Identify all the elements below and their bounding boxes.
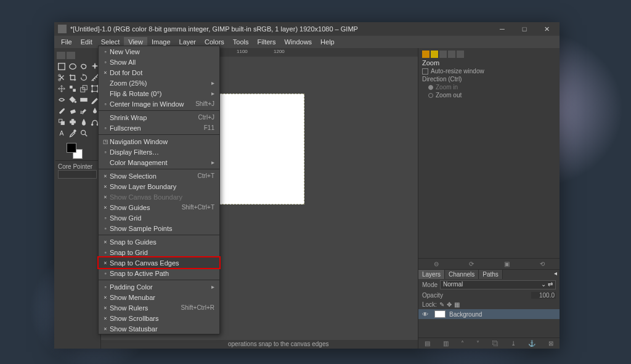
layer-item-background[interactable]: 👁 Background — [418, 309, 560, 319]
toolbox-tab-1[interactable] — [57, 52, 65, 59]
bucket-fill-tool[interactable] — [68, 95, 78, 105]
menu-item-show-statusbar[interactable]: ×Show Statusbar — [99, 323, 219, 334]
menu-item-show-layer-boundary[interactable]: ×Show Layer Boundary — [99, 181, 219, 192]
clone-tool[interactable] — [57, 117, 67, 127]
check-icon: × — [101, 204, 110, 211]
color-swatches[interactable] — [55, 142, 99, 160]
warp-tool[interactable] — [57, 95, 67, 105]
anchor-layer-icon[interactable]: ⚓ — [528, 340, 535, 347]
scissors-tool[interactable] — [57, 73, 67, 83]
menu-item-navigation-window[interactable]: ◳Navigation Window — [99, 136, 219, 147]
lock-alpha-icon[interactable]: ▦ — [454, 301, 460, 308]
maximize-button[interactable]: □ — [515, 23, 534, 34]
menu-item-show-grid[interactable]: ▫Show Grid — [99, 212, 219, 223]
menu-item-flip-rotate-0[interactable]: Flip & Rotate (0°)▸ — [99, 88, 219, 99]
minimize-button[interactable]: ─ — [493, 23, 511, 34]
align-tool[interactable] — [68, 84, 78, 94]
tab-channels[interactable]: Channels — [445, 270, 479, 279]
menu-file[interactable]: File — [57, 37, 76, 47]
eraser-tool[interactable] — [68, 106, 78, 116]
menu-separator — [99, 110, 219, 111]
box-icon: ▫ — [101, 249, 110, 256]
menu-item-show-scrollbars[interactable]: ×Show Scrollbars — [99, 313, 219, 323]
lower-layer-icon[interactable]: ˅ — [476, 340, 479, 347]
ellipse-select-tool[interactable] — [68, 62, 78, 71]
nav-tab-histogram[interactable] — [422, 51, 429, 58]
menu-item-show-all[interactable]: ▫Show All — [99, 57, 219, 67]
nav-tab-nav[interactable] — [448, 51, 455, 58]
nav-zoom-fit-icon[interactable]: ⟳ — [469, 261, 474, 267]
menu-item-show-selection[interactable]: ×Show SelectionCtrl+T — [99, 171, 219, 181]
new-group-icon[interactable]: ▥ — [443, 340, 449, 347]
paintbrush-tool[interactable] — [57, 106, 67, 116]
duplicate-layer-icon[interactable]: ⿻ — [492, 340, 499, 347]
nav-zoom-100-icon[interactable]: ▣ — [504, 261, 510, 267]
menu-item-shrink-wrap[interactable]: Shrink WrapCtrl+J — [99, 112, 219, 123]
rect-select-tool[interactable] — [57, 62, 67, 71]
menu-item-show-canvas-boundary[interactable]: ×Show Canvas Boundary — [99, 192, 219, 202]
gradient-tool[interactable] — [79, 95, 89, 105]
menu-item-zoom-25[interactable]: Zoom (25%)▸ — [99, 78, 219, 88]
nav-tab-more[interactable] — [457, 51, 464, 58]
menu-item-display-filters[interactable]: ▫Display Filters… — [99, 147, 219, 157]
menu-item-show-menubar[interactable]: ×Show Menubar — [99, 292, 219, 302]
scale-tool[interactable] — [79, 84, 89, 94]
tab-paths[interactable]: Paths — [479, 270, 503, 279]
menu-help[interactable]: Help — [316, 37, 339, 47]
heal-tool[interactable] — [68, 117, 78, 127]
lock-position-icon[interactable]: ✥ — [447, 301, 452, 308]
menu-item-show-guides[interactable]: ×Show GuidesShift+Ctrl+T — [99, 202, 219, 212]
menu-item-dot-for-dot[interactable]: ×Dot for Dot — [99, 67, 219, 78]
radio-zoom-in[interactable] — [428, 85, 433, 90]
text-tool[interactable]: A — [57, 128, 67, 138]
checkbox-icon[interactable] — [422, 68, 428, 75]
menu-item-fullscreen[interactable]: ▫FullscreenF11 — [99, 123, 219, 133]
nav-zoom-in-icon[interactable]: ⟲ — [540, 261, 545, 267]
tool-options-search[interactable] — [58, 170, 97, 179]
menu-windows[interactable]: Windows — [280, 37, 316, 47]
box-icon: ▫ — [101, 149, 110, 155]
layer-name: Background — [449, 311, 482, 318]
menu-item-padding-color[interactable]: ▫Padding Color▸ — [99, 281, 219, 292]
airbrush-tool[interactable] — [79, 106, 89, 116]
nav-zoom-out-icon[interactable]: ⊖ — [434, 261, 439, 267]
toolbox-tab-2[interactable] — [67, 52, 75, 59]
menu-item-snap-to-active-path[interactable]: ▫Snap to Active Path — [99, 268, 219, 278]
menu-tools[interactable]: Tools — [229, 37, 253, 47]
move-tool[interactable] — [57, 84, 67, 94]
titlebar[interactable]: *[Untitled]-1.0 (RGB color 8-bit gamma i… — [54, 22, 560, 36]
mode-select[interactable]: Normal ⌄ ⇄ — [440, 280, 556, 289]
menu-item-center-image-in-window[interactable]: ▫Center Image in WindowShift+J — [99, 99, 219, 109]
menu-filters[interactable]: Filters — [253, 37, 280, 47]
menu-item-show-sample-points[interactable]: ▫Show Sample Points — [99, 223, 219, 233]
lock-pixels-icon[interactable]: ✎ — [439, 301, 444, 308]
crop-tool[interactable] — [68, 73, 78, 83]
nav-tab-undo[interactable] — [439, 51, 447, 58]
tab-layers[interactable]: Layers — [418, 270, 445, 279]
visibility-icon[interactable]: 👁 — [422, 311, 431, 317]
radio-zoom-out[interactable] — [428, 93, 433, 98]
close-button[interactable]: ✕ — [537, 23, 556, 34]
opacity-value[interactable]: 100.0 — [531, 292, 556, 299]
panel-menu-icon[interactable]: ◂ — [551, 270, 560, 279]
rotate-tool[interactable] — [79, 73, 89, 83]
delete-layer-icon[interactable]: ⊠ — [548, 340, 553, 347]
submenu-arrow-icon: ▸ — [211, 159, 214, 166]
raise-layer-icon[interactable]: ˄ — [461, 340, 464, 347]
new-layer-icon[interactable]: ▤ — [425, 340, 430, 347]
zoom-tool[interactable] — [79, 128, 89, 138]
menu-edit[interactable]: Edit — [76, 37, 97, 47]
fg-color-swatch[interactable] — [67, 143, 76, 153]
menu-item-snap-to-canvas-edges[interactable]: ×Snap to Canvas Edges — [99, 257, 219, 268]
box-icon: ▫ — [101, 225, 110, 232]
merge-down-icon[interactable]: ⤓ — [511, 340, 516, 347]
smudge-tool[interactable] — [79, 117, 89, 127]
menu-item-color-management[interactable]: Color Management▸ — [99, 157, 219, 168]
color-picker-tool[interactable] — [68, 128, 78, 138]
menu-item-snap-to-grid[interactable]: ▫Snap to Grid — [99, 247, 219, 257]
free-select-tool[interactable] — [79, 62, 89, 71]
menu-item-show-rulers[interactable]: ×Show RulersShift+Ctrl+R — [99, 302, 219, 313]
menu-item-snap-to-guides[interactable]: ×Snap to Guides — [99, 237, 219, 247]
menu-item-new-view[interactable]: ▫New View — [99, 46, 219, 57]
nav-tab-pointer[interactable] — [431, 51, 438, 58]
